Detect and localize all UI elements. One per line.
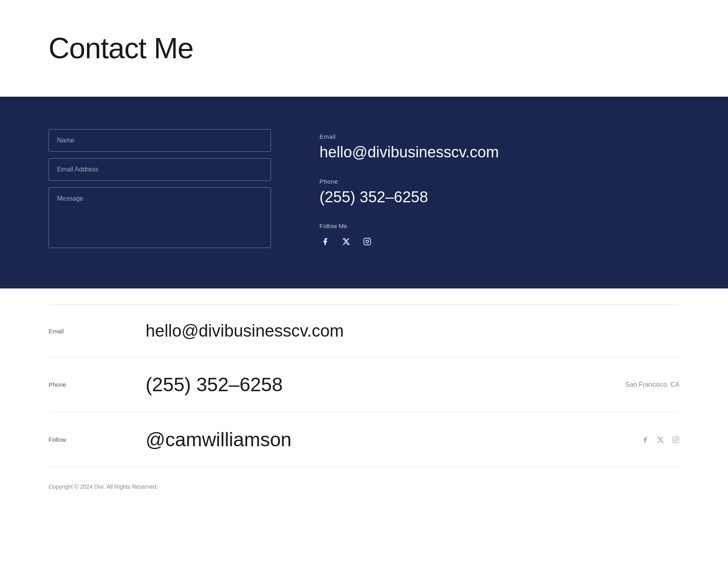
footer-phone-row: Phone (255) 352–6258 San Francisco, CA (49, 357, 679, 412)
svg-point-2 (369, 240, 370, 240)
footer-email-value: hello@divibusinesscv.com (146, 321, 679, 341)
footer-email-row: Email hello@divibusinesscv.com (49, 305, 679, 357)
footer-instagram-icon[interactable] (672, 436, 679, 443)
contact-form (49, 129, 271, 248)
contact-info: Email hello@divibusinesscv.com Phone (25… (320, 129, 679, 247)
footer-follow-row: Follow @camwilliamson (49, 412, 679, 467)
phone-label: Phone (320, 178, 679, 185)
footer-section: Email hello@divibusinesscv.com Phone (25… (0, 288, 728, 514)
facebook-icon[interactable] (320, 236, 331, 247)
email-value: hello@divibusinesscv.com (320, 143, 679, 162)
svg-rect-3 (673, 437, 679, 443)
footer-email-label: Email (49, 328, 129, 335)
name-input[interactable] (49, 129, 271, 152)
phone-value: (255) 352–6258 (320, 188, 679, 207)
email-input[interactable] (49, 158, 271, 181)
footer-x-twitter-icon[interactable] (657, 436, 664, 443)
page-title: Contact Me (49, 32, 388, 64)
footer-phone-label: Phone (49, 381, 129, 388)
footer-follow-handle: @camwilliamson (146, 428, 625, 451)
copyright-text: Copyright © 2024 Divi. All Rights Reserv… (49, 467, 679, 490)
svg-point-5 (677, 438, 678, 439)
message-input[interactable] (49, 187, 271, 248)
instagram-icon[interactable] (362, 236, 373, 247)
footer-follow-label: Follow (49, 436, 129, 443)
social-icons (320, 236, 679, 247)
contact-section: Email hello@divibusinesscv.com Phone (25… (0, 97, 728, 288)
header-section: Contact Me (0, 0, 728, 97)
email-label: Email (320, 133, 679, 140)
header-card: Contact Me (49, 16, 413, 81)
footer-location: San Francisco, CA (626, 381, 679, 388)
footer-phone-value: (255) 352–6258 (146, 373, 609, 396)
x-twitter-icon[interactable] (341, 236, 352, 247)
follow-me-label: Follow Me (320, 223, 679, 229)
footer-facebook-icon[interactable] (641, 436, 649, 443)
svg-point-4 (675, 439, 677, 441)
footer-social-icons (641, 436, 679, 443)
svg-rect-0 (364, 238, 371, 245)
svg-point-1 (366, 240, 369, 243)
